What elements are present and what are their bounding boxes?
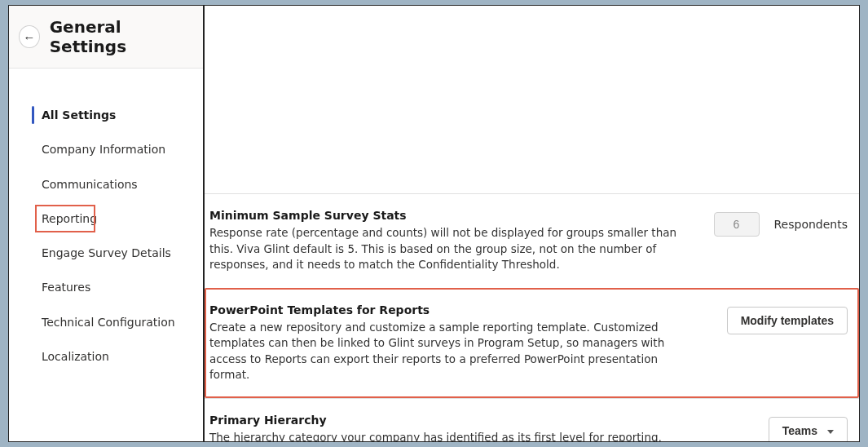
page-title: General Settings: [50, 17, 190, 56]
back-button[interactable]: ←: [19, 25, 40, 48]
sidebar-item-label: Localization: [42, 350, 109, 363]
sidebar-item-reporting[interactable]: Reporting: [32, 201, 99, 236]
sidebar-item-localization[interactable]: Localization: [9, 339, 203, 374]
setting-description: Create a new repository and customize a …: [209, 320, 701, 383]
sidebar-item-technical-configuration[interactable]: Technical Configuration: [9, 305, 203, 339]
setting-primary-hierarchy: Primary Hierarchy The hierarchy category…: [205, 398, 859, 441]
setting-text: Primary Hierarchy The hierarchy category…: [209, 414, 701, 441]
sidebar-item-engage-survey-details[interactable]: Engage Survey Details: [9, 236, 203, 270]
modify-templates-button[interactable]: Modify templates: [727, 307, 848, 334]
setting-text: PowerPoint Templates for Reports Create …: [209, 303, 701, 383]
setting-control: Modify templates: [717, 303, 848, 334]
setting-description: The hierarchy category your company has …: [209, 430, 701, 441]
sidebar-item-label: Communications: [42, 178, 138, 191]
setting-title: PowerPoint Templates for Reports: [209, 303, 701, 316]
setting-title: Minimum Sample Survey Stats: [209, 209, 698, 222]
sidebar-nav: All Settings Company Information Communi…: [9, 69, 203, 441]
respondents-input[interactable]: [714, 212, 760, 237]
dropdown-selected-label: Teams: [782, 424, 817, 437]
sidebar-header: ← General Settings: [9, 6, 203, 69]
sidebar-item-features[interactable]: Features: [9, 270, 203, 304]
setting-description: Response rate (percentage and counts) wi…: [209, 225, 698, 273]
sidebar: ← General Settings All Settings Company …: [9, 6, 205, 441]
sidebar-item-label: All Settings: [42, 108, 116, 122]
setting-powerpoint-templates: PowerPoint Templates for Reports Create …: [205, 288, 859, 398]
setting-control: Teams: [717, 414, 848, 441]
setting-minimum-sample-survey-stats: Minimum Sample Survey Stats Response rat…: [205, 193, 859, 288]
sidebar-item-label: Reporting: [42, 212, 97, 225]
respondents-unit-label: Respondents: [774, 218, 848, 231]
sidebar-item-label: Technical Configuration: [42, 316, 175, 329]
setting-title: Primary Hierarchy: [209, 414, 701, 427]
sidebar-item-label: Engage Survey Details: [42, 246, 171, 259]
settings-list: Minimum Sample Survey Stats Response rat…: [205, 6, 859, 441]
setting-control: Respondents: [714, 209, 848, 237]
sidebar-item-all-settings[interactable]: All Settings: [9, 98, 203, 132]
app-shell: ← General Settings All Settings Company …: [8, 5, 860, 442]
sidebar-item-label: Company Information: [42, 143, 165, 156]
sidebar-item-communications[interactable]: Communications: [9, 167, 203, 201]
sidebar-item-company-information[interactable]: Company Information: [9, 132, 203, 166]
setting-text: Minimum Sample Survey Stats Response rat…: [209, 209, 698, 273]
primary-hierarchy-dropdown[interactable]: Teams: [769, 417, 848, 441]
main-content: Minimum Sample Survey Stats Response rat…: [205, 6, 859, 441]
arrow-left-icon: ←: [23, 30, 35, 44]
sidebar-item-label: Features: [42, 281, 90, 294]
